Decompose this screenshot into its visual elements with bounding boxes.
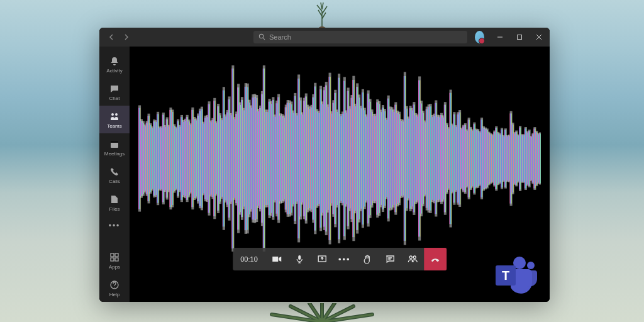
svg-rect-340 xyxy=(332,103,334,214)
svg-rect-274 xyxy=(211,120,213,197)
sidebar-item-files[interactable]: Files xyxy=(99,189,130,216)
nav-forward-button[interactable] xyxy=(119,30,133,44)
svg-rect-355 xyxy=(360,108,362,208)
svg-rect-388 xyxy=(420,103,422,213)
svg-rect-451 xyxy=(535,132,537,185)
svg-rect-441 xyxy=(517,135,519,181)
svg-rect-392 xyxy=(428,107,430,210)
svg-rect-352 xyxy=(354,106,356,211)
chevron-left-icon xyxy=(109,34,114,40)
svg-rect-386 xyxy=(416,116,418,200)
svg-rect-349 xyxy=(349,109,351,209)
sidebar-item-teams[interactable]: Teams xyxy=(99,106,130,133)
show-conversation-button[interactable] xyxy=(379,248,401,270)
svg-rect-390 xyxy=(424,122,426,194)
raise-hand-button[interactable] xyxy=(356,248,379,270)
bell-icon xyxy=(109,55,120,67)
svg-rect-304 xyxy=(267,112,269,205)
microphone-button[interactable] xyxy=(288,248,311,270)
maximize-icon xyxy=(516,34,523,40)
svg-rect-255 xyxy=(177,121,179,196)
svg-rect-273 xyxy=(209,122,211,194)
svg-rect-329 xyxy=(312,97,314,220)
window-minimize-button[interactable] xyxy=(492,28,508,46)
svg-rect-454 xyxy=(298,255,301,260)
svg-rect-442 xyxy=(519,128,521,190)
search-input[interactable]: Search xyxy=(253,31,467,43)
sidebar-more-button[interactable]: ••• xyxy=(99,216,130,235)
sidebar-item-chat[interactable]: Chat xyxy=(99,78,130,106)
svg-rect-289 xyxy=(239,105,241,212)
svg-rect-334 xyxy=(321,104,323,213)
svg-rect-242 xyxy=(153,121,155,196)
svg-rect-240 xyxy=(149,125,151,192)
svg-rect-453 xyxy=(539,133,541,183)
svg-rect-277 xyxy=(217,106,219,211)
sidebar-label: Calls xyxy=(109,179,120,184)
svg-rect-316 xyxy=(289,103,291,214)
svg-point-5 xyxy=(111,113,114,116)
minimize-icon xyxy=(497,34,503,40)
svg-rect-382 xyxy=(409,108,411,209)
svg-rect-272 xyxy=(208,104,210,213)
svg-rect-9 xyxy=(111,253,114,257)
svg-rect-380 xyxy=(406,109,408,209)
svg-rect-421 xyxy=(480,119,482,197)
svg-rect-308 xyxy=(274,116,275,200)
nav-back-button[interactable] xyxy=(104,30,118,44)
svg-rect-374 xyxy=(394,105,396,213)
svg-rect-283 xyxy=(228,99,230,218)
svg-rect-410 xyxy=(460,129,462,187)
share-screen-button[interactable] xyxy=(311,248,333,270)
svg-rect-286 xyxy=(233,119,235,197)
svg-rect-377 xyxy=(400,121,402,196)
svg-rect-346 xyxy=(343,81,345,236)
sidebar-label: Meetings xyxy=(104,151,125,157)
sidebar-item-activity[interactable]: Activity xyxy=(99,50,130,78)
hangup-button[interactable] xyxy=(424,248,447,270)
svg-rect-440 xyxy=(515,132,517,186)
window-close-button[interactable] xyxy=(531,28,547,46)
window-maximize-button[interactable] xyxy=(511,28,527,46)
svg-rect-423 xyxy=(484,129,486,188)
more-actions-button[interactable]: ••• xyxy=(333,248,356,270)
chevron-right-icon xyxy=(124,34,129,40)
sidebar-item-apps[interactable]: Apps xyxy=(99,247,130,274)
svg-rect-358 xyxy=(365,116,367,200)
svg-rect-250 xyxy=(168,126,170,191)
svg-rect-399 xyxy=(440,115,442,202)
sidebar-label: Teams xyxy=(107,123,122,129)
svg-rect-376 xyxy=(398,114,400,203)
teams-icon xyxy=(109,111,120,122)
svg-rect-257 xyxy=(180,117,182,200)
svg-rect-444 xyxy=(523,135,525,182)
show-participants-button[interactable] xyxy=(401,248,424,270)
svg-rect-238 xyxy=(146,123,148,194)
sidebar-item-meetings[interactable]: Meetings xyxy=(99,133,130,161)
sidebar-item-calls[interactable]: Calls xyxy=(99,161,130,189)
sidebar-item-help[interactable]: Help xyxy=(99,274,130,302)
svg-rect-416 xyxy=(471,131,473,186)
svg-rect-321 xyxy=(297,79,299,238)
call-duration: 00:10 xyxy=(233,255,265,263)
svg-rect-405 xyxy=(451,125,453,192)
svg-rect-320 xyxy=(296,116,297,202)
camera-button[interactable] xyxy=(265,248,288,270)
svg-rect-371 xyxy=(389,109,391,208)
svg-rect-243 xyxy=(155,122,157,195)
svg-point-459 xyxy=(527,262,535,269)
svg-rect-295 xyxy=(250,108,252,209)
svg-rect-288 xyxy=(237,87,239,230)
svg-rect-327 xyxy=(309,109,311,208)
svg-point-457 xyxy=(413,256,416,258)
svg-rect-395 xyxy=(433,116,435,201)
user-avatar[interactable] xyxy=(475,31,484,43)
svg-rect-313 xyxy=(283,118,285,199)
participants-icon xyxy=(408,254,418,264)
svg-rect-448 xyxy=(530,137,532,180)
svg-rect-425 xyxy=(488,133,490,184)
svg-rect-430 xyxy=(497,133,499,184)
sidebar: Activity Chat Teams Meetings Calls Files xyxy=(99,47,130,302)
svg-rect-438 xyxy=(511,125,513,192)
svg-rect-426 xyxy=(490,135,492,183)
